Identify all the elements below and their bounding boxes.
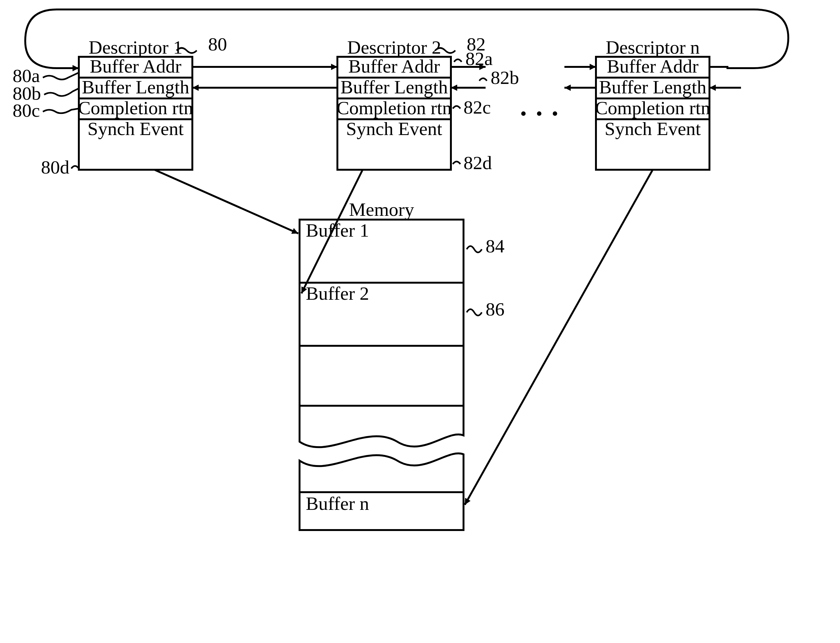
dn-row-synch: Synch Event — [605, 118, 701, 139]
d1-row-buffer-addr: Buffer Addr — [90, 56, 182, 77]
descriptor-1-title: Descriptor 1 — [89, 37, 182, 58]
descriptor-n-title: Descriptor n — [606, 37, 700, 58]
dn-row-buffer-length: Buffer Length — [599, 77, 706, 98]
svg-rect-17 — [300, 346, 464, 406]
squiggle-82a — [454, 59, 462, 62]
squiggle-82d — [453, 162, 461, 164]
descriptor-2: Descriptor 2 Buffer Addr Buffer Length C… — [337, 37, 452, 170]
dn-row-completion: Completion rtn — [595, 98, 710, 118]
squiggle-80a — [43, 73, 79, 80]
arrow-d1-to-buf1 — [155, 170, 298, 233]
ellipsis-dots — [521, 112, 557, 116]
ref-80: 80 — [208, 34, 227, 55]
ref-84: 84 — [485, 236, 505, 256]
squiggle-86 — [467, 309, 482, 315]
ref-82d: 82d — [464, 152, 492, 173]
squiggle-80c — [43, 109, 79, 113]
d1-row-buffer-length: Buffer Length — [82, 77, 189, 98]
arrow-dn-to-bufn — [465, 170, 653, 505]
squiggle-82b — [479, 78, 487, 81]
memory-buffer-2: Buffer 2 — [306, 283, 369, 304]
ref-82a: 82a — [466, 48, 493, 69]
memory-title: Memory — [349, 199, 414, 220]
diagram-root: Descriptor 1 Buffer Addr Buffer Length C… — [0, 0, 840, 643]
svg-point-8 — [521, 112, 525, 116]
descriptor-1: Descriptor 1 Buffer Addr Buffer Length C… — [78, 37, 193, 170]
d2-row-buffer-length: Buffer Length — [340, 77, 448, 98]
d1-row-synch: Synch Event — [88, 118, 184, 139]
squiggle-80d — [71, 166, 79, 168]
svg-point-9 — [537, 112, 541, 116]
ref-82b: 82b — [491, 67, 519, 88]
memory-buffer-1: Buffer 1 — [306, 220, 369, 241]
memory-tear-bottom — [300, 454, 464, 492]
d2-row-completion: Completion rtn — [337, 98, 452, 118]
d2-row-buffer-addr: Buffer Addr — [348, 56, 440, 77]
memory-buffer-n: Buffer n — [306, 493, 369, 514]
ref-82c: 82c — [464, 97, 491, 118]
svg-point-10 — [553, 112, 557, 116]
d2-row-synch: Synch Event — [346, 118, 443, 139]
dn-row-buffer-addr: Buffer Addr — [607, 56, 699, 77]
d1-row-completion: Completion rtn — [78, 98, 193, 118]
squiggle-82c — [453, 106, 461, 109]
descriptor-2-title: Descriptor 2 — [347, 37, 441, 58]
ref-86: 86 — [485, 299, 505, 320]
squiggle-84 — [467, 246, 482, 252]
descriptor-n: Descriptor n Buffer Addr Buffer Length C… — [595, 37, 710, 170]
memory-tear-top — [300, 406, 464, 447]
squiggle-80b — [44, 88, 79, 96]
ref-80c: 80c — [13, 100, 40, 121]
ref-80d: 80d — [41, 157, 69, 178]
